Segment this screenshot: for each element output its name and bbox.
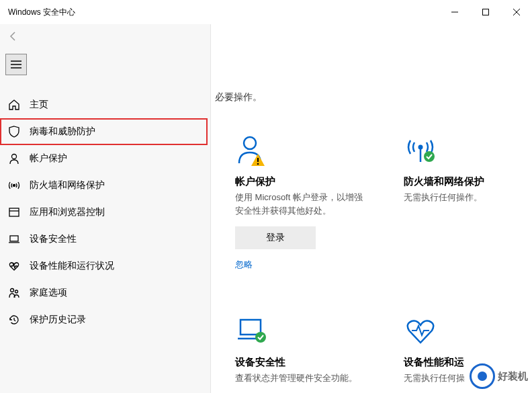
nav-label: 应用和浏览器控制 xyxy=(30,206,105,218)
person-icon xyxy=(8,152,20,165)
svg-point-4 xyxy=(244,137,256,149)
nav-label: 家庭选项 xyxy=(30,287,67,299)
card-title: 帐户保护 xyxy=(235,175,363,188)
dismiss-link[interactable]: 忽略 xyxy=(235,259,363,271)
person-warn-icon xyxy=(235,130,363,167)
nav-protection-history[interactable]: 保护历史记录 xyxy=(0,306,210,333)
svg-rect-1 xyxy=(483,9,489,15)
nav-label: 帐户保护 xyxy=(30,152,67,165)
nav-app-browser[interactable]: 应用和浏览器控制 xyxy=(0,199,210,226)
nav-device-security[interactable]: 设备安全性 xyxy=(0,226,210,253)
hamburger-button[interactable] xyxy=(5,54,27,75)
svg-point-24 xyxy=(15,290,18,293)
watermark: 好装机 xyxy=(470,363,528,389)
nav-label: 病毒和威胁防护 xyxy=(30,126,95,138)
nav-device-performance[interactable]: 设备性能和运行状况 xyxy=(0,253,210,279)
watermark-logo-icon xyxy=(470,363,495,389)
svg-rect-21 xyxy=(10,236,18,241)
svg-point-10 xyxy=(424,151,435,162)
close-button[interactable] xyxy=(501,0,532,24)
svg-rect-19 xyxy=(9,208,19,216)
nav-home[interactable]: 主页 xyxy=(0,91,210,118)
minimize-button[interactable] xyxy=(439,0,470,24)
window-controls xyxy=(439,0,532,24)
heart-health-icon xyxy=(404,311,532,348)
laptop-check-icon xyxy=(235,311,363,348)
laptop-icon xyxy=(8,233,20,245)
nav-label: 防火墙和网络保护 xyxy=(30,179,105,191)
nav-virus-threat[interactable]: 病毒和威胁防护 xyxy=(0,118,208,145)
nav-label: 主页 xyxy=(30,99,48,111)
history-icon xyxy=(8,314,20,326)
nav-label: 设备安全性 xyxy=(30,233,77,245)
nav-family-options[interactable]: 家庭选项 xyxy=(0,279,210,306)
antenna-check-icon xyxy=(404,130,532,167)
svg-point-18 xyxy=(13,185,15,187)
card-title: 防火墙和网络保护 xyxy=(404,175,532,188)
card-desc: 查看状态并管理硬件安全功能。 xyxy=(235,372,363,385)
sidebar: 主页 病毒和威胁防护 帐户保护 防火墙和网络保护 应用和浏览器控制 设备安全性 xyxy=(0,24,211,393)
svg-point-23 xyxy=(11,289,14,292)
watermark-text: 好装机 xyxy=(498,370,528,383)
status-hint: 必要操作。 xyxy=(215,91,532,103)
maximize-button[interactable] xyxy=(470,0,501,24)
nav-label: 保护历史记录 xyxy=(30,314,86,326)
heart-icon xyxy=(8,260,20,272)
shield-icon xyxy=(8,126,20,138)
card-title: 设备安全性 xyxy=(235,356,363,369)
back-button[interactable] xyxy=(8,31,19,44)
card-desc: 无需执行任何操作。 xyxy=(404,191,532,204)
nav-account-protection[interactable]: 帐户保护 xyxy=(0,145,210,172)
svg-point-13 xyxy=(255,332,266,343)
svg-point-8 xyxy=(418,145,423,150)
svg-rect-11 xyxy=(240,320,261,335)
card-account-protection[interactable]: 帐户保护 使用 Microsoft 帐户登录，以增强安全性并获得其他好处。 登录… xyxy=(235,130,363,271)
window-title: Windows 安全中心 xyxy=(8,7,75,18)
window-icon xyxy=(8,206,20,218)
card-device-security[interactable]: 设备安全性 查看状态并管理硬件安全功能。 xyxy=(235,311,363,393)
nav-firewall[interactable]: 防火墙和网络保护 xyxy=(0,172,210,199)
family-icon xyxy=(8,287,20,299)
antenna-icon xyxy=(8,179,20,191)
svg-point-17 xyxy=(12,155,17,159)
titlebar: Windows 安全中心 xyxy=(0,0,532,24)
home-icon xyxy=(8,99,20,111)
nav-label: 设备性能和运行状况 xyxy=(30,260,114,272)
card-firewall[interactable]: 防火墙和网络保护 无需执行任何操作。 xyxy=(404,130,532,271)
svg-point-7 xyxy=(257,163,259,165)
signin-button[interactable]: 登录 xyxy=(235,226,316,249)
card-desc: 使用 Microsoft 帐户登录，以增强安全性并获得其他好处。 xyxy=(235,191,363,217)
